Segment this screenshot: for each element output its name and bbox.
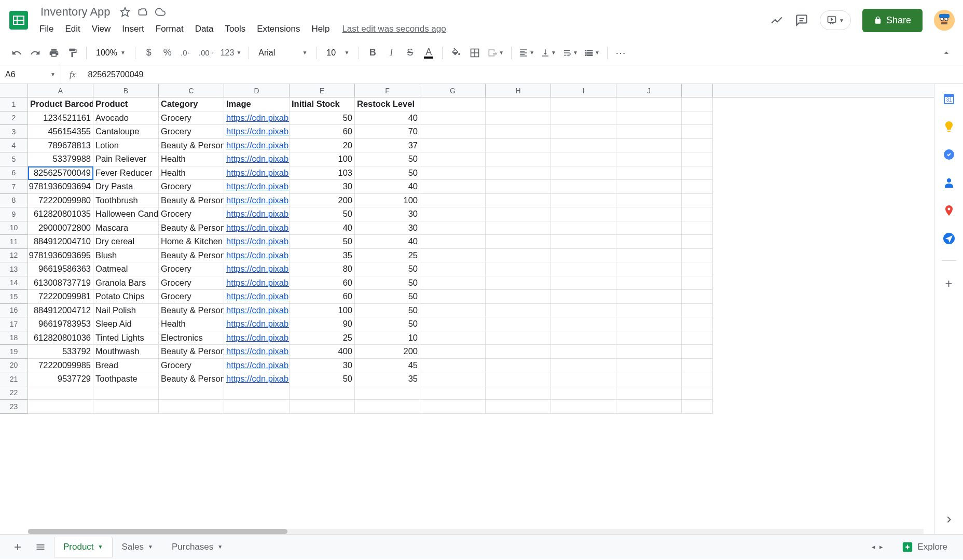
restock-cell[interactable]: 50 [355, 152, 420, 166]
redo-button[interactable] [27, 45, 44, 61]
col-header-G[interactable]: G [420, 84, 486, 97]
empty-cell[interactable] [355, 386, 420, 400]
stock-cell[interactable]: 30 [290, 180, 355, 194]
empty-cell[interactable] [420, 290, 486, 304]
category-cell[interactable]: Home & Kitchen [159, 235, 224, 249]
empty-cell[interactable] [616, 262, 682, 276]
empty-cell[interactable] [551, 359, 616, 373]
v-align-button[interactable]: ▼ [539, 45, 558, 61]
empty-cell[interactable] [616, 249, 682, 263]
col-header-A[interactable]: A [28, 84, 93, 97]
empty-cell[interactable] [420, 221, 486, 235]
empty-cell[interactable] [486, 194, 551, 208]
print-button[interactable] [46, 45, 62, 61]
restock-cell[interactable]: 40 [355, 111, 420, 125]
tab-purchases[interactable]: Purchases▼ [162, 537, 232, 557]
italic-button[interactable]: I [383, 45, 400, 61]
menu-extensions[interactable]: Extensions [252, 22, 305, 36]
cell-reference[interactable]: A6▼ [0, 65, 61, 83]
category-cell[interactable]: Electronics [159, 331, 224, 345]
image-link-cell[interactable]: https://cdn.pixaba [224, 304, 290, 318]
empty-cell[interactable] [420, 400, 486, 414]
empty-cell[interactable] [420, 139, 486, 153]
header-cell[interactable]: Category [159, 97, 224, 111]
row-header-9[interactable]: 9 [0, 207, 28, 221]
empty-cell[interactable] [551, 221, 616, 235]
empty-cell[interactable] [420, 111, 486, 125]
paint-format-button[interactable] [64, 45, 81, 61]
empty-cell[interactable] [486, 139, 551, 153]
category-cell[interactable]: Grocery [159, 359, 224, 373]
image-link-cell[interactable]: https://cdn.pixaba [224, 180, 290, 194]
select-all-corner[interactable] [0, 84, 28, 97]
row-header-14[interactable]: 14 [0, 276, 28, 290]
merge-button[interactable]: ▼ [485, 45, 506, 61]
row-header-7[interactable]: 7 [0, 180, 28, 194]
empty-cell[interactable] [616, 97, 682, 111]
header-cell[interactable]: Image [224, 97, 290, 111]
category-cell[interactable]: Beauty & Personal [159, 372, 224, 386]
product-cell[interactable]: Dry cereal [93, 235, 159, 249]
empty-cell[interactable] [616, 194, 682, 208]
barcode-cell[interactable]: 96619586363 [28, 262, 93, 276]
category-cell[interactable]: Grocery [159, 180, 224, 194]
restock-cell[interactable]: 50 [355, 166, 420, 180]
category-cell[interactable]: Health [159, 166, 224, 180]
stock-cell[interactable]: 80 [290, 262, 355, 276]
product-cell[interactable]: Pain Reliever [93, 152, 159, 166]
empty-cell[interactable] [616, 372, 682, 386]
empty-cell[interactable] [420, 235, 486, 249]
restock-cell[interactable]: 50 [355, 290, 420, 304]
col-header-I[interactable]: I [551, 84, 616, 97]
empty-cell[interactable] [486, 249, 551, 263]
empty-cell[interactable] [682, 317, 713, 331]
row-header-21[interactable]: 21 [0, 372, 28, 386]
stock-cell[interactable]: 60 [290, 276, 355, 290]
empty-cell[interactable] [682, 125, 713, 139]
stock-cell[interactable]: 200 [290, 194, 355, 208]
barcode-cell[interactable]: 53379988 [28, 152, 93, 166]
row-header-4[interactable]: 4 [0, 139, 28, 153]
empty-cell[interactable] [682, 262, 713, 276]
empty-cell[interactable] [682, 166, 713, 180]
empty-cell[interactable] [551, 166, 616, 180]
category-cell[interactable]: Beauty & Personal [159, 304, 224, 318]
move-icon[interactable] [137, 7, 148, 17]
empty-cell[interactable] [551, 152, 616, 166]
image-link-cell[interactable]: https://cdn.pixaba [224, 276, 290, 290]
stock-cell[interactable]: 90 [290, 317, 355, 331]
col-header-H[interactable]: H [486, 84, 551, 97]
add-sheet-button[interactable]: + [8, 538, 27, 556]
empty-cell[interactable] [682, 221, 713, 235]
empty-cell[interactable] [486, 331, 551, 345]
format-123-button[interactable]: 123▼ [218, 45, 244, 61]
empty-cell[interactable] [420, 249, 486, 263]
category-cell[interactable]: Grocery [159, 276, 224, 290]
image-link-cell[interactable]: https://cdn.pixaba [224, 359, 290, 373]
product-cell[interactable]: Nail Polish [93, 304, 159, 318]
empty-cell[interactable] [616, 166, 682, 180]
empty-cell[interactable] [551, 262, 616, 276]
product-cell[interactable]: Cantaloupe [93, 125, 159, 139]
restock-cell[interactable]: 40 [355, 180, 420, 194]
image-link-cell[interactable]: https://cdn.pixaba [224, 372, 290, 386]
currency-button[interactable]: $ [141, 45, 157, 61]
empty-cell[interactable] [616, 386, 682, 400]
empty-cell[interactable] [551, 386, 616, 400]
empty-cell[interactable] [486, 345, 551, 359]
tab-nav-arrows[interactable]: ◂▸ [872, 543, 883, 551]
empty-cell[interactable] [551, 345, 616, 359]
font-select[interactable]: Arial▼ [254, 46, 311, 60]
empty-cell[interactable] [551, 207, 616, 221]
barcode-cell[interactable]: 29000072800 [28, 221, 93, 235]
stock-cell[interactable]: 60 [290, 125, 355, 139]
rotate-button[interactable]: ▼ [582, 45, 602, 61]
barcode-cell[interactable]: 456154355 [28, 125, 93, 139]
menu-help[interactable]: Help [306, 22, 335, 36]
empty-cell[interactable] [486, 304, 551, 318]
stock-cell[interactable]: 50 [290, 207, 355, 221]
stock-cell[interactable]: 20 [290, 139, 355, 153]
empty-cell[interactable] [486, 290, 551, 304]
row-header-23[interactable]: 23 [0, 400, 28, 414]
product-cell[interactable]: Tinted Lights [93, 331, 159, 345]
